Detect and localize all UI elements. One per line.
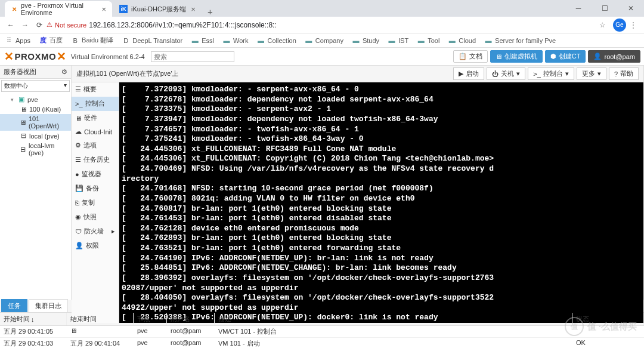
bookmark-deepl[interactable]: DDeepL Translator — [122, 36, 182, 45]
console-button[interactable]: >_控制台▾ — [528, 67, 574, 80]
bookmark-folder-essl[interactable]: ▬Essl — [191, 36, 214, 45]
cell-node: pve — [134, 326, 167, 337]
col-node[interactable]: 节点 — [134, 313, 167, 325]
docs-button[interactable]: 📋文档 — [453, 50, 488, 63]
tab-title-0: pve - Proxmox Virtual Environme — [21, 2, 97, 16]
subnav-monitor[interactable]: ●监视器 — [72, 167, 119, 181]
bookmark-bar: ⠿ Apps 度百度 BBaidu 翻译 DDeepL Translator ▬… — [0, 33, 644, 48]
create-vm-button[interactable]: 🖥创建虚拟机 — [490, 50, 543, 63]
security-badge[interactable]: ⚠ Not secure — [47, 21, 86, 29]
subnav-hardware[interactable]: 🖥硬件 — [72, 111, 119, 125]
help-button[interactable]: ?帮助 — [609, 67, 639, 80]
bookmark-label: DeepL Translator — [132, 37, 182, 44]
content-title: 虚拟机101 (OpenWrt)在节点'pve'上 — [76, 69, 178, 78]
user-avatar[interactable]: Ge — [613, 19, 626, 32]
subnav-summary[interactable]: ☰概要 — [72, 82, 119, 97]
apps-button[interactable]: ⠿ Apps — [5, 36, 30, 45]
bookmark-baidu[interactable]: 度百度 — [39, 36, 63, 45]
new-tab-button[interactable]: + — [203, 7, 218, 17]
maximize-icon[interactable]: ☐ — [592, 0, 618, 17]
node-vm-100[interactable]: 🖥100 (iKuai) — [0, 104, 71, 114]
task-row[interactable]: 五月 29 00:41:03五月 29 00:41:04pveroot@pamV… — [0, 338, 644, 348]
baidu-icon: 度 — [39, 36, 47, 45]
subnav-permissions[interactable]: 👤权限 — [72, 239, 119, 253]
folder-icon: ▬ — [305, 36, 313, 45]
bookmark-folder-collection[interactable]: ▬Collection — [257, 36, 296, 45]
bookmark-baidu-translate[interactable]: BBaidu 翻译 — [71, 36, 113, 45]
subnav-label: 硬件 — [84, 113, 97, 122]
subnav-backup[interactable]: 💾备份 — [72, 181, 119, 196]
close-icon[interactable]: × — [101, 5, 106, 14]
back-icon[interactable]: ← — [4, 18, 18, 32]
more-button[interactable]: 更多▾ — [577, 67, 606, 80]
bookmark-label: Company — [315, 37, 343, 44]
datacenter-dropdown[interactable]: 数据中心 ▾ — [1, 80, 70, 92]
node-storage-local-lvm[interactable]: ⊟local-lvm (pve) — [0, 141, 71, 158]
tab-cluster-log[interactable]: 集群日志 — [29, 299, 68, 312]
close-icon[interactable]: ✕ — [618, 0, 644, 17]
start-button[interactable]: ▶启动 — [453, 67, 484, 80]
button-label: 启动 — [466, 69, 479, 78]
browser-tab-0[interactable]: ✕ pve - Proxmox Virtual Environme × — [5, 1, 112, 17]
subnav-snapshot[interactable]: ◉快照 — [72, 210, 119, 224]
subnav-label: 任务历史 — [83, 155, 110, 164]
reload-icon[interactable]: ⟳ — [32, 18, 47, 32]
url-input[interactable]: 192.168.123.2:8006/#v1:0:=qemu%2F101:4::… — [89, 21, 595, 29]
subnav-label: 概要 — [83, 85, 97, 94]
bookmark-folder-study[interactable]: ▬Study — [352, 36, 379, 45]
bookmark-folder-company[interactable]: ▬Company — [305, 36, 343, 45]
bookmark-label: Tool — [428, 37, 439, 44]
col-desc[interactable]: 描述 — [215, 313, 572, 325]
bookmark-folder-ist[interactable]: ▬IST — [388, 36, 408, 45]
server-icon: ▣ — [17, 96, 26, 103]
node-pve[interactable]: ▾▣pve — [0, 94, 71, 104]
bookmark-folder-tool[interactable]: ▬Tool — [417, 36, 439, 45]
node-vm-101[interactable]: 🖥101 (OpenWrt) — [0, 114, 71, 131]
folder-icon: ▬ — [484, 36, 493, 45]
col-end[interactable]: 结束时间 — [67, 313, 134, 325]
star-icon[interactable]: ☆ — [595, 18, 609, 32]
shutdown-button[interactable]: ⏻关机▾ — [487, 67, 525, 80]
col-user[interactable]: 用户名 — [167, 313, 215, 325]
task-row[interactable]: 五月 29 00:41:05🖥pveroot@pamVM/CT 101 - 控制… — [0, 326, 644, 338]
subnav-firewall[interactable]: 🛡防火墙▸ — [72, 224, 119, 239]
folder-icon: ▬ — [448, 36, 456, 45]
subnav-options[interactable]: ⚙选项 — [72, 138, 119, 153]
user-menu-button[interactable]: 👤root@pam — [588, 50, 640, 63]
server-view-panel: 服务器视图 ⚙ 数据中心 ▾ ▾▣pve 🖥100 (iKuai) 🖥101 (… — [0, 66, 72, 300]
forward-icon[interactable]: → — [18, 18, 32, 32]
minimize-icon[interactable]: ─ — [565, 0, 592, 17]
chevron-down-icon: ▾ — [565, 70, 569, 78]
tab-tasks[interactable]: 任务 — [1, 299, 27, 312]
subnav-console[interactable]: >_控制台 — [72, 97, 119, 111]
close-icon[interactable]: × — [191, 5, 196, 14]
node-storage-local[interactable]: ⊟local (pve) — [0, 131, 71, 141]
proxmox-logo[interactable]: ✕ PROXMO ✕ — [4, 50, 67, 63]
logo-x-icon: ✕ — [57, 50, 67, 63]
content-body: ☰概要 >_控制台 🖥硬件 ☁Cloud-Init ⚙选项 ☰任务历史 ●监视器… — [72, 82, 643, 323]
warning-icon: ⚠ — [47, 21, 52, 29]
col-label: 节点 — [137, 315, 150, 324]
vm-console[interactable]: [ 7.372093] kmodloader: - serpent-avx-x8… — [119, 82, 643, 323]
security-label: Not secure — [55, 21, 86, 29]
subnav-label: 选项 — [83, 141, 97, 150]
subnav-label: 备份 — [86, 184, 99, 193]
cell-status: OK — [572, 338, 644, 348]
play-icon: ▶ — [459, 70, 463, 78]
menu-icon[interactable]: ⋮ — [626, 18, 640, 32]
col-start[interactable]: 开始时间 ↓ — [0, 313, 67, 325]
create-ct-button[interactable]: ⬢创建CT — [545, 50, 586, 63]
subnav-cloudinit[interactable]: ☁Cloud-Init — [72, 125, 119, 138]
bookmark-folder-cloud[interactable]: ▬Cloud — [448, 36, 476, 45]
search-input[interactable] — [151, 51, 234, 62]
folder-icon: ▬ — [388, 36, 396, 45]
bookmark-folder-server[interactable]: ▬Server for family Pve — [484, 36, 556, 45]
cog-icon[interactable]: ⚙ — [61, 68, 67, 76]
browser-tab-1[interactable]: iK iKuai-DHCP服务端 × — [113, 1, 202, 17]
subnav-replication[interactable]: ⎘复制 — [72, 196, 119, 210]
folder-icon: ▬ — [257, 36, 265, 45]
bookmark-folder-work[interactable]: ▬Work — [222, 36, 248, 45]
subnav-taskhistory[interactable]: ☰任务历史 — [72, 153, 119, 167]
disk-icon: ⊟ — [19, 146, 27, 153]
button-label: root@pam — [604, 53, 635, 60]
